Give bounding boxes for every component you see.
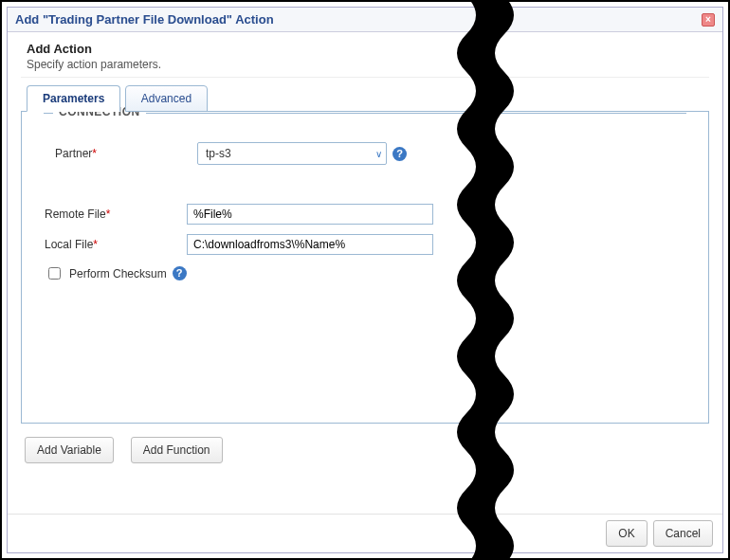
close-icon[interactable]: × [702,13,715,27]
label-remote-file: Remote File [45,208,106,221]
add-function-button[interactable]: Add Function [131,437,223,463]
local-file-input[interactable] [187,234,433,255]
dialog-titlebar: Add "Trading Partner File Download" Acti… [8,8,722,32]
heading-main: Add Action [27,42,703,56]
label-partner: Partner [55,147,92,160]
row-local-file: Local File* [45,234,685,255]
row-partner: Partner* tp-s3 ∨ ? [55,142,675,165]
tab-parameters[interactable]: Parameters [27,85,120,112]
partner-select-value: tp-s3 [206,147,231,160]
remote-file-input[interactable] [187,204,433,225]
label-perform-checksum: Perform Checksum [69,267,167,280]
heading-sub: Specify action parameters. [27,58,703,71]
heading-block: Add Action Specify action parameters. [21,42,709,78]
row-remote-file: Remote File* [45,204,685,225]
required-marker: * [93,238,98,251]
help-icon[interactable]: ? [392,147,407,161]
required-marker: * [92,147,97,160]
dialog-title-text: Add "Trading Partner File Download" Acti… [15,12,274,27]
help-icon[interactable]: ? [173,266,187,280]
dialog-window: Add "Trading Partner File Download" Acti… [7,7,723,553]
file-fields: Remote File* Local File* [45,204,685,282]
dialog-footer: OK Cancel [8,514,722,552]
row-perform-checksum: Perform Checksum ? [45,264,685,282]
label-local-file: Local File [45,238,93,251]
perform-checksum-checkbox[interactable] [48,267,61,280]
connection-fieldset: CONNECTION Partner* tp-s3 ∨ ? [44,113,686,188]
tab-panel-parameters: CONNECTION Partner* tp-s3 ∨ ? [21,111,709,424]
chevron-down-icon: ∨ [375,149,382,159]
helper-buttons: Add Variable Add Function [25,437,709,463]
tab-strip: Parameters Advanced [27,85,709,112]
cancel-button[interactable]: Cancel [653,520,713,547]
required-marker: * [106,208,111,221]
dialog-body: Add Action Specify action parameters. Pa… [8,32,722,514]
tab-advanced[interactable]: Advanced [125,85,208,112]
add-variable-button[interactable]: Add Variable [25,437,114,463]
ok-button[interactable]: OK [606,520,647,547]
partner-select[interactable]: tp-s3 ∨ [197,142,387,165]
